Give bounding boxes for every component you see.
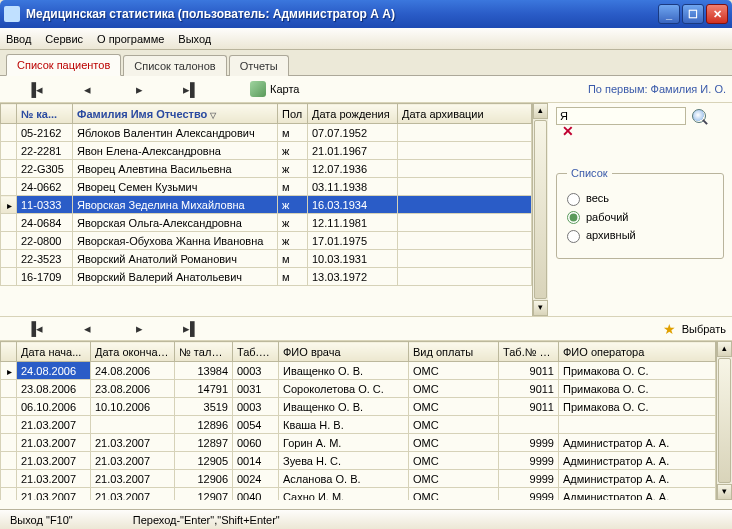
scroll-up-button[interactable]: ▴	[533, 103, 548, 119]
cell-ticket: 12907	[175, 488, 233, 501]
cell-sex: м	[278, 268, 308, 286]
cell-dob: 03.11.1938	[308, 178, 398, 196]
cell-pay: ОМС	[409, 470, 499, 488]
nav-prev-button[interactable]: ◂	[78, 81, 96, 97]
close-button[interactable]: ✕	[706, 4, 728, 24]
table-row[interactable]: 21.03.200721.03.2007129050014Зуева Н. С.…	[1, 452, 716, 470]
row-handle	[1, 434, 17, 452]
patients-col-arch[interactable]: Дата архивации	[398, 104, 532, 124]
card-label: Карта	[270, 83, 299, 95]
cell-sex: ж	[278, 196, 308, 214]
visits-scroll-down[interactable]: ▾	[717, 484, 732, 500]
cell-arch	[398, 268, 532, 286]
visits-col-doctor[interactable]: ФИО врача	[279, 342, 409, 362]
row-handle	[1, 124, 17, 142]
table-row[interactable]: 24-0684Яворская Ольга-Александровнаж12.1…	[1, 214, 532, 232]
cell-ticket: 12896	[175, 416, 233, 434]
search-icon[interactable]	[692, 109, 706, 123]
visits-navbar: ▐◂ ◂ ▸ ▸▌ ★ Выбрать	[0, 316, 732, 340]
visits-scrollbar[interactable]: ▴ ▾	[716, 341, 732, 500]
tab-patients[interactable]: Список пациентов	[6, 54, 121, 76]
filter-option-all[interactable]: весь	[567, 192, 713, 206]
cell-sex: ж	[278, 160, 308, 178]
cell-pay: ОМС	[409, 416, 499, 434]
maximize-button[interactable]: ☐	[682, 4, 704, 24]
table-row[interactable]: 24.08.200624.08.2006139840003Иващенко О.…	[1, 362, 716, 380]
patients-col-sex[interactable]: Пол	[278, 104, 308, 124]
table-row[interactable]: 21.03.200721.03.2007128970060Горин А. М.…	[1, 434, 716, 452]
patients-col-fio[interactable]: Фамилия Имя Отчество▽	[73, 104, 278, 124]
cell-tab2: 9999	[499, 452, 559, 470]
search-input[interactable]	[556, 107, 686, 125]
cell-tab2: 9011	[499, 398, 559, 416]
cell-ticket: 3519	[175, 398, 233, 416]
cell-pay: ОМС	[409, 380, 499, 398]
table-row[interactable]: 11-0333Яворская Зеделина Михайловнаж16.0…	[1, 196, 532, 214]
cell-dob: 10.03.1931	[308, 250, 398, 268]
search-row: ✕	[556, 107, 724, 139]
cell-start: 23.08.2006	[17, 380, 91, 398]
filter-option-archive[interactable]: архивный	[567, 229, 713, 243]
table-row[interactable]: 24-0662Яворец Семен Кузьмичм03.11.1938	[1, 178, 532, 196]
visits-col-tab[interactable]: Таб.№...	[233, 342, 279, 362]
cell-tab2: 9011	[499, 362, 559, 380]
table-row[interactable]: 21.03.200721.03.2007129060024Асланова О.…	[1, 470, 716, 488]
visits-scroll-thumb[interactable]	[718, 358, 731, 483]
cell-pay: ОМС	[409, 362, 499, 380]
menu-exit[interactable]: Выход	[178, 33, 211, 45]
table-row[interactable]: 21.03.2007128960054Кваша Н. В.ОМС	[1, 416, 716, 434]
patients-col-card[interactable]: № ка...	[17, 104, 73, 124]
row-handle	[1, 380, 17, 398]
nav-next-button[interactable]: ▸	[130, 81, 148, 97]
patients-scrollbar[interactable]: ▴ ▾	[532, 103, 548, 316]
cell-card: 11-0333	[17, 196, 73, 214]
visits-nav-first[interactable]: ▐◂	[26, 321, 44, 337]
cell-sex: ж	[278, 232, 308, 250]
visits-nav-last[interactable]: ▸▌	[182, 321, 200, 337]
table-row[interactable]: 22-3523Яворский Анатолий Романовичм10.03…	[1, 250, 532, 268]
table-row[interactable]: 16-1709Яворский Валерий Анатольевичм13.0…	[1, 268, 532, 286]
select-button[interactable]: Выбрать	[682, 323, 726, 335]
row-handle	[1, 268, 17, 286]
card-button[interactable]: Карта	[250, 81, 299, 97]
visits-col-end[interactable]: Дата окончан...	[91, 342, 175, 362]
cell-tab2: 9999	[499, 488, 559, 501]
filter-option-working[interactable]: рабочий	[567, 211, 713, 225]
table-row[interactable]: 05-2162Яблоков Валентин Александровичм07…	[1, 124, 532, 142]
visits-nav-prev[interactable]: ◂	[78, 321, 96, 337]
table-row[interactable]: 23.08.200623.08.2006147910031Сороколетов…	[1, 380, 716, 398]
table-row[interactable]: 21.03.200721.03.2007129070040Сахно И. М.…	[1, 488, 716, 501]
tab-tickets[interactable]: Список талонов	[123, 55, 226, 76]
menu-about[interactable]: О программе	[97, 33, 164, 45]
cell-doctor: Сороколетова О. С.	[279, 380, 409, 398]
visits-scroll-up[interactable]: ▴	[717, 341, 732, 357]
menu-input[interactable]: Ввод	[6, 33, 31, 45]
statusbar: Выход "F10" Переход-"Enter","Shift+Enter…	[0, 509, 732, 529]
visits-col-tab2[interactable]: Таб.№ о...	[499, 342, 559, 362]
table-row[interactable]: 22-2281Явон Елена-Александровнаж21.01.19…	[1, 142, 532, 160]
star-icon: ★	[663, 321, 676, 337]
table-row[interactable]: 06.10.200610.10.200635190003Иващенко О. …	[1, 398, 716, 416]
table-row[interactable]: 22-0800Яворская-Обухова Жанна Ивановнаж1…	[1, 232, 532, 250]
scroll-thumb[interactable]	[534, 120, 547, 299]
minimize-button[interactable]: _	[658, 4, 680, 24]
menu-service[interactable]: Сервис	[45, 33, 83, 45]
tab-reports[interactable]: Отчеты	[229, 55, 289, 76]
row-handle	[1, 214, 17, 232]
visits-col-oper[interactable]: ФИО оператора	[559, 342, 716, 362]
cell-oper: Примакова О. С.	[559, 398, 716, 416]
cell-start: 21.03.2007	[17, 452, 91, 470]
patients-col-dob[interactable]: Дата рождения	[308, 104, 398, 124]
visits-col-pay[interactable]: Вид оплаты	[409, 342, 499, 362]
visits-col-ticket[interactable]: № талона	[175, 342, 233, 362]
clear-icon[interactable]: ✕	[562, 125, 576, 139]
table-row[interactable]: 22-G305Яворец Алевтина Васильевнаж12.07.…	[1, 160, 532, 178]
visits-col-start[interactable]: Дата нача...	[17, 342, 91, 362]
nav-first-button[interactable]: ▐◂	[26, 81, 44, 97]
scroll-down-button[interactable]: ▾	[533, 300, 548, 316]
visits-table[interactable]: Дата нача... Дата окончан... № талона Та…	[0, 341, 716, 500]
cell-arch	[398, 124, 532, 142]
patients-table[interactable]: № ка... Фамилия Имя Отчество▽ Пол Дата р…	[0, 103, 532, 286]
nav-last-button[interactable]: ▸▌	[182, 81, 200, 97]
visits-nav-next[interactable]: ▸	[130, 321, 148, 337]
